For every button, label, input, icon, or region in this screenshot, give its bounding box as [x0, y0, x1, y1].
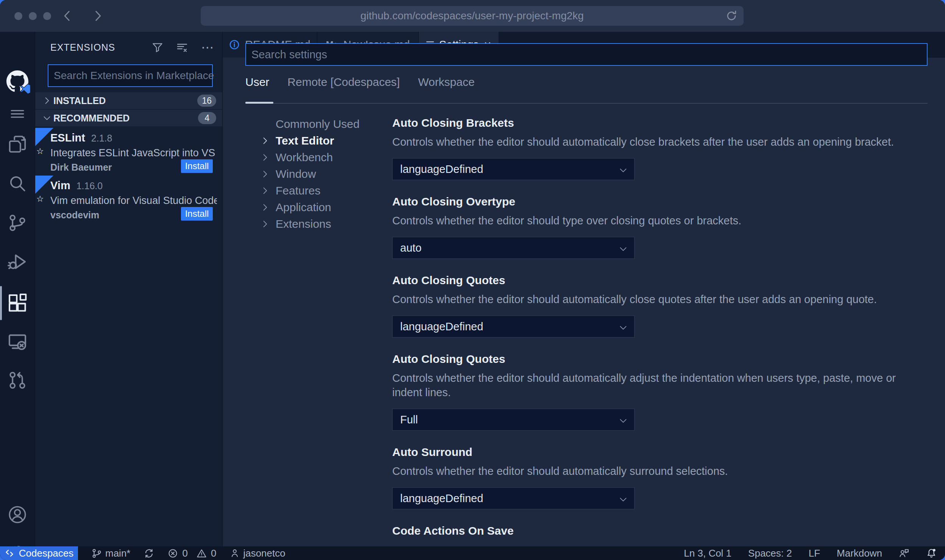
scope-tabs-rule [245, 103, 928, 104]
star-icon: ☆ [36, 194, 44, 204]
indentation[interactable]: Spaces: 2 [748, 548, 792, 559]
eol-sequence[interactable]: LF [809, 548, 820, 559]
warning-icon [196, 548, 207, 558]
notifications-bell-icon[interactable] [926, 548, 937, 558]
extension-name: ESLint [50, 132, 85, 144]
extension-version: 2.1.8 [91, 133, 112, 144]
setting-dropdown[interactable]: languageDefined [392, 316, 635, 338]
extension-description: Integrates ESLint JavaScript into VS C..… [50, 147, 217, 159]
chevron-right-icon [260, 187, 270, 195]
install-button[interactable]: Install [181, 159, 213, 173]
setting-dropdown[interactable]: Full [392, 409, 635, 431]
maximize-window-icon[interactable] [43, 12, 51, 20]
settings-scope-tabs: User Remote [Codespaces] Workspace [245, 76, 475, 92]
toc-extensions[interactable]: Extensions [260, 216, 392, 232]
more-actions-icon[interactable]: ⋯ [201, 44, 214, 51]
active-scope-underline [245, 102, 273, 104]
installed-count-badge: 16 [197, 95, 216, 107]
minimize-window-icon[interactable] [29, 12, 37, 20]
settings-search-placeholder: Search settings [251, 48, 327, 61]
traffic-lights[interactable] [14, 12, 51, 20]
toc-workbench[interactable]: Workbench [260, 149, 392, 166]
language-mode[interactable]: Markdown [837, 548, 882, 559]
sidebar-title: EXTENSIONS [50, 42, 115, 53]
forward-button[interactable] [90, 8, 105, 23]
setting-title: Auto Surround [392, 445, 928, 459]
toc-text-editor[interactable]: Text Editor [260, 132, 392, 149]
extension-item-vim[interactable]: ☆ Vim 1.16.0 Vim emulation for Visual St… [35, 176, 222, 223]
account-icon[interactable] [0, 505, 35, 524]
setting-description: Controls whether the editor should autom… [392, 135, 928, 149]
setting-title: Auto Closing Quotes [392, 273, 928, 288]
cursor-position[interactable]: Ln 3, Col 1 [684, 548, 731, 559]
settings-toc: Commonly Used Text Editor Workbench Wind… [260, 110, 392, 546]
extension-item-eslint[interactable]: ☆ ESLint 2.1.8 Integrates ESLint JavaScr… [35, 128, 222, 175]
menu-icon[interactable] [0, 105, 35, 123]
codespaces-logo-icon[interactable] [0, 70, 35, 92]
chevron-down-icon [619, 245, 627, 253]
remote-indicator[interactable]: Codespaces [0, 546, 78, 560]
feedback-icon[interactable] [899, 548, 909, 558]
toc-features[interactable]: Features [260, 182, 392, 199]
chevron-right-icon [260, 220, 270, 228]
chevron-right-icon [260, 137, 270, 145]
section-recommended[interactable]: RECOMMENDED 4 [35, 110, 222, 126]
extensions-search-placeholder: Search Extensions in Marketplace [54, 70, 214, 82]
install-button[interactable]: Install [181, 207, 213, 221]
setting-description: Controls whether the editor should autom… [392, 292, 928, 306]
clear-extensions-search-icon[interactable] [176, 41, 188, 53]
extension-description: Vim emulation for Visual Studio Code... [50, 195, 217, 207]
run-debug-icon[interactable] [0, 252, 35, 272]
sync-indicator[interactable] [144, 548, 154, 558]
setting-dropdown[interactable]: languageDefined [392, 487, 635, 509]
pull-requests-icon[interactable] [0, 371, 35, 390]
scope-tab-workspace[interactable]: Workspace [418, 76, 475, 92]
scope-tab-user[interactable]: User [245, 76, 269, 92]
scope-tab-remote[interactable]: Remote [Codespaces] [287, 76, 400, 92]
editor-area: README.md M↓ NewIssue.md Settings × Sear… [223, 32, 945, 546]
extension-publisher: Dirk Baeumer [50, 162, 112, 173]
person-icon [230, 548, 240, 558]
settings-list: Auto Closing Brackets Controls whether t… [392, 110, 928, 546]
back-button[interactable] [60, 8, 75, 23]
user-indicator[interactable]: jasonetco [230, 548, 285, 559]
close-window-icon[interactable] [14, 12, 22, 20]
url-text: github.com/codespaces/user-my-project-mg… [360, 10, 584, 22]
explorer-icon[interactable] [0, 135, 35, 154]
chevron-down-icon [41, 114, 53, 122]
toc-application[interactable]: Application [260, 199, 392, 216]
chevron-down-icon [619, 495, 627, 504]
setting-description: Controls whether the editor should autom… [392, 371, 928, 400]
setting-dropdown[interactable]: auto [392, 237, 635, 259]
problems-indicator[interactable]: 0 0 [168, 548, 216, 559]
info-icon [229, 39, 240, 50]
extensions-icon[interactable] [0, 293, 35, 313]
remote-icon [5, 548, 14, 558]
setting-dropdown[interactable]: languageDefined [392, 158, 635, 180]
branch-indicator[interactable]: main* [92, 548, 130, 559]
setting-code-actions-on-save: Code Actions On Save [392, 524, 928, 538]
setting-auto-closing-overtype: Auto Closing Overtype Controls whether t… [392, 194, 928, 259]
setting-title: Auto Closing Brackets [392, 116, 928, 130]
search-icon[interactable] [0, 174, 35, 193]
setting-description: Controls whether the editor should autom… [392, 464, 928, 478]
vscode-logo-icon [20, 83, 31, 95]
filter-icon[interactable] [152, 42, 163, 53]
extensions-search-input[interactable]: Search Extensions in Marketplace [48, 64, 213, 87]
toc-commonly-used[interactable]: Commonly Used [260, 116, 392, 132]
toc-window[interactable]: Window [260, 166, 392, 182]
reload-icon[interactable] [725, 10, 738, 22]
setting-title: Code Actions On Save [392, 524, 928, 538]
setting-title: Auto Closing Overtype [392, 194, 928, 209]
setting-auto-closing-brackets: Auto Closing Brackets Controls whether t… [392, 116, 928, 180]
settings-search-input[interactable]: Search settings [245, 43, 928, 66]
chevron-down-icon [619, 417, 627, 425]
chevron-right-icon [41, 96, 53, 105]
source-control-icon[interactable] [0, 213, 35, 232]
chevron-right-icon [260, 153, 270, 162]
git-branch-icon [92, 548, 102, 558]
url-bar[interactable]: github.com/codespaces/user-my-project-mg… [201, 6, 744, 26]
setting-auto-closing-quotes-2: Auto Closing Quotes Controls whether the… [392, 352, 928, 431]
section-installed[interactable]: INSTALLED 16 [35, 92, 222, 109]
remote-explorer-icon[interactable] [0, 331, 35, 351]
